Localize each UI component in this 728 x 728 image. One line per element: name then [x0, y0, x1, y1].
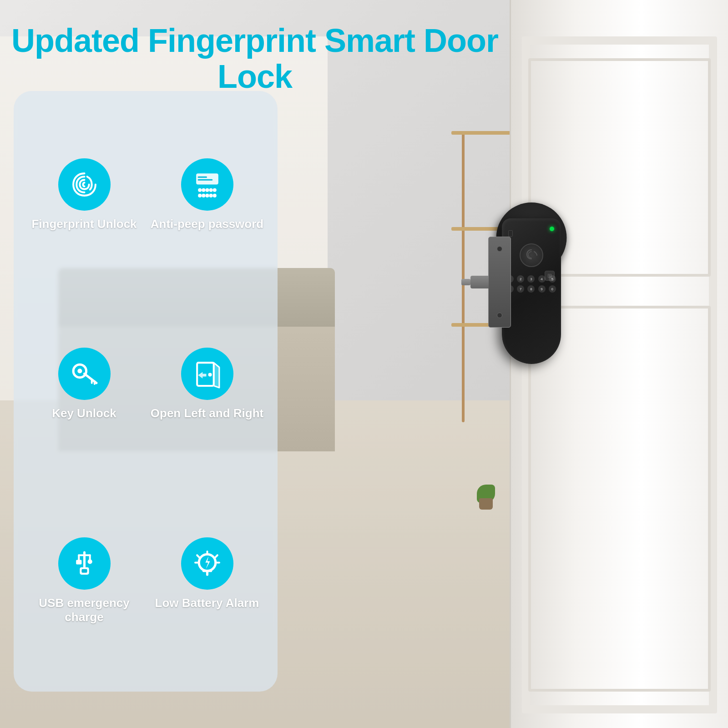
- usb-port: [508, 230, 513, 237]
- key-icon: [70, 359, 99, 389]
- usb-icon: [70, 549, 99, 578]
- svg-point-2: [202, 188, 205, 192]
- svg-line-30: [214, 555, 217, 558]
- plant-pot: [479, 498, 493, 510]
- feature-panel: Fingerprint Unlock: [14, 91, 278, 692]
- open-direction-label: Open Left and Right: [151, 406, 263, 420]
- svg-point-25: [87, 559, 92, 564]
- keypad: 1 2 3 4 5 6 7 8 9 0: [506, 275, 556, 293]
- alarm-icon-circle: [181, 537, 233, 590]
- fingerprint-unlock-label: Fingerprint Unlock: [31, 217, 136, 231]
- feature-battery-alarm: Low Battery Alarm: [150, 537, 264, 624]
- key-0[interactable]: 0: [549, 285, 556, 293]
- lock-mount-plate: [488, 237, 511, 328]
- usb-charge-label: USB emergency charge: [27, 596, 141, 624]
- svg-rect-23: [76, 560, 81, 564]
- svg-point-8: [205, 194, 209, 197]
- features-grid: Fingerprint Unlock: [27, 109, 264, 673]
- led-indicator: [550, 227, 554, 231]
- lock-latch: [470, 276, 489, 288]
- svg-point-10: [212, 194, 216, 197]
- svg-point-9: [209, 194, 212, 197]
- fingerprint-icon-circle: [58, 158, 111, 211]
- svg-point-19: [208, 373, 212, 377]
- door-icon-circle: [181, 348, 233, 400]
- key-icon-circle: [58, 348, 111, 400]
- screw-top: [497, 246, 502, 252]
- svg-point-4: [209, 188, 212, 192]
- lock-bolt: [461, 279, 470, 285]
- key-3[interactable]: 3: [527, 275, 535, 283]
- key-unlock-label: Key Unlock: [52, 406, 116, 420]
- feature-anti-peep: Anti-peep password: [150, 158, 264, 231]
- feature-open-direction: Open Left and Right: [150, 348, 264, 420]
- svg-point-17: [77, 369, 82, 374]
- anti-peep-icon-circle: [181, 158, 233, 211]
- keypad-icon: [192, 170, 222, 199]
- feature-fingerprint-unlock: Fingerprint Unlock: [27, 158, 141, 231]
- svg-rect-27: [81, 569, 87, 572]
- screw-bottom: [497, 313, 502, 318]
- svg-point-7: [202, 194, 205, 197]
- svg-rect-0: [196, 173, 218, 184]
- key-8[interactable]: 8: [527, 285, 535, 293]
- door-section: [510, 0, 728, 728]
- key-7[interactable]: 7: [517, 285, 524, 293]
- battery-alarm-label: Low Battery Alarm: [155, 596, 259, 610]
- shelf-leg-left: [462, 131, 465, 422]
- plant: [477, 485, 495, 510]
- key-9[interactable]: 9: [538, 285, 546, 293]
- lock-device: ⊞ 1 2 3 4 5 6 7 8 9 0: [502, 218, 561, 364]
- fingerprint-icon: [70, 170, 99, 199]
- page-title: Updated Fingerprint Smart Door Lock: [0, 23, 510, 95]
- svg-point-5: [212, 188, 216, 192]
- svg-point-6: [198, 194, 202, 197]
- svg-point-1: [198, 188, 202, 192]
- feature-usb-charge: USB emergency charge: [27, 537, 141, 624]
- svg-line-29: [197, 555, 200, 558]
- key-5[interactable]: 5: [549, 275, 556, 283]
- fingerprint-sensor-icon: [524, 248, 539, 263]
- alarm-icon: [192, 549, 222, 578]
- svg-point-3: [205, 188, 209, 192]
- key-2[interactable]: 2: [517, 275, 524, 283]
- anti-peep-label: Anti-peep password: [151, 217, 263, 231]
- feature-key-unlock: Key Unlock: [27, 348, 141, 420]
- door-icon: [192, 359, 222, 389]
- key-4[interactable]: 4: [538, 275, 546, 283]
- page-title-container: Updated Fingerprint Smart Door Lock: [0, 23, 510, 95]
- usb-icon-circle: [58, 537, 111, 590]
- fingerprint-sensor: [520, 243, 543, 267]
